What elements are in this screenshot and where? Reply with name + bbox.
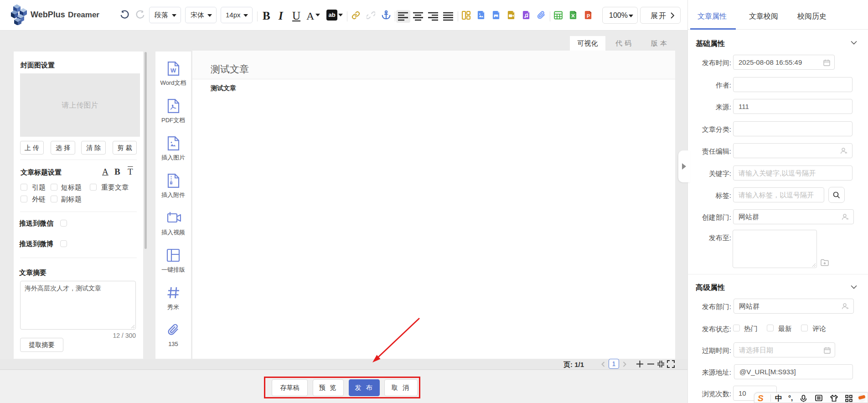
svg-text:W: W (170, 67, 176, 74)
svg-text:P: P (587, 13, 590, 19)
